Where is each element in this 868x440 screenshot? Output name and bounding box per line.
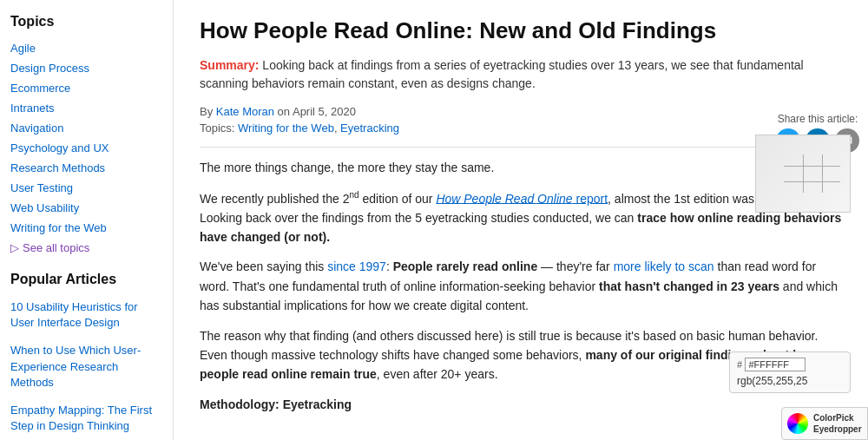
eyetracking-panel: # #FFFFFF rgb(255,255,25 [755,135,859,213]
author-link[interactable]: Kate Moran [216,105,274,118]
para4-end: , even after 20+ years. [377,367,498,381]
topic-writing-link[interactable]: Writing for the Web [238,121,334,135]
sidebar-item-web-usability[interactable]: Web Usability [10,198,162,218]
para3-mid: — they're far [537,259,613,273]
colorpick-extension-label: ColorPickEyedropper [813,412,862,435]
para-1: The more things change, the more they st… [200,158,842,177]
et-line-h2 [784,181,840,182]
para2-sup: nd [350,190,359,200]
colorpick-extension[interactable]: ColorPickEyedropper [781,407,868,440]
para3-prefix: We've been saying this [200,259,327,273]
popular-section: Popular Articles 10 Usability Heuristics… [10,272,162,440]
eyetracking-image [755,135,851,213]
summary-text: Looking back at findings from a series o… [200,58,804,90]
triangle-icon: ▷ [10,241,19,254]
byline-date: on April 5, 2020 [274,105,356,118]
sidebar-item-ecommerce[interactable]: Ecommerce [10,78,162,98]
hash-symbol: # [737,359,742,370]
sidebar-item-user-testing[interactable]: User Testing [10,178,162,198]
topic-eyetracking-link[interactable]: Eyetracking [340,121,399,135]
et-line-h1 [784,166,840,167]
topics-heading: Topics [10,14,162,30]
para3-bold1: People rarely read online [393,259,538,273]
since-1997-link[interactable]: since 1997 [327,259,386,273]
sidebar-item-intranets[interactable]: Intranets [10,98,162,118]
see-all-topics[interactable]: ▷ See all topics [10,241,162,254]
topics-prefix: Topics: [200,121,238,135]
popular-heading: Popular Articles [10,272,162,287]
colorpick-rgb-value: rgb(255,255,25 [737,375,843,387]
para3-colon: : [386,259,393,273]
para2-mid: edition of our [359,191,437,205]
sidebar: Topics Agile Design Process Ecommerce In… [0,0,174,440]
content-divider [200,147,842,148]
sidebar-item-navigation[interactable]: Navigation [10,118,162,138]
share-label: Share this article: [776,113,859,125]
article-topics-line: Topics: Writing for the Web, Eyetracking [200,121,842,135]
colorpick-hex-row: # #FFFFFF [737,358,843,375]
summary-label: Summary: [200,58,259,72]
para3-bold2: that hasn't changed in 23 years [599,279,779,293]
et-line-v2 [822,154,823,193]
sidebar-item-writing-web[interactable]: Writing for the Web [10,218,162,238]
colorpick-popup: # #FFFFFF rgb(255,255,25 [729,351,851,393]
popular-article-ux-methods[interactable]: When to Use Which User-Experience Resear… [10,339,162,394]
popular-article-empathy[interactable]: Empathy Mapping: The First Step in Desig… [10,399,162,437]
para-2: We recently published the 2nd edition of… [200,188,842,247]
byline-prefix: By [200,105,216,118]
article-title: How People Read Online: New and Old Find… [200,17,842,44]
para2-prefix: We recently published the 2 [200,191,350,205]
sidebar-item-agile[interactable]: Agile [10,38,162,58]
popular-article-heuristics[interactable]: 10 Usability Heuristics for User Interfa… [10,296,162,334]
main-content: How People Read Online: New and Old Find… [174,0,868,440]
summary-block: Summary: Looking back at findings from a… [200,56,842,93]
colorpick-hex-value[interactable]: #FFFFFF [745,358,806,371]
para-3: We've been saying this since 1997: Peopl… [200,257,842,315]
byline: By Kate Moran on April 5, 2020 [200,105,842,118]
methodology-heading: Methodology: Eyetracking [200,395,842,414]
report-link[interactable]: How People Read Online report [436,191,608,205]
et-line-v1 [803,154,804,193]
sidebar-item-design-process[interactable]: Design Process [10,58,162,78]
see-all-label: See all topics [23,241,89,254]
colorpick-wheel-icon [787,413,808,434]
sidebar-item-research-methods[interactable]: Research Methods [10,158,162,178]
et-inner [756,135,850,212]
sidebar-item-psychology-ux[interactable]: Psychology and UX [10,138,162,158]
more-likely-link[interactable]: more likely to scan [614,259,714,273]
